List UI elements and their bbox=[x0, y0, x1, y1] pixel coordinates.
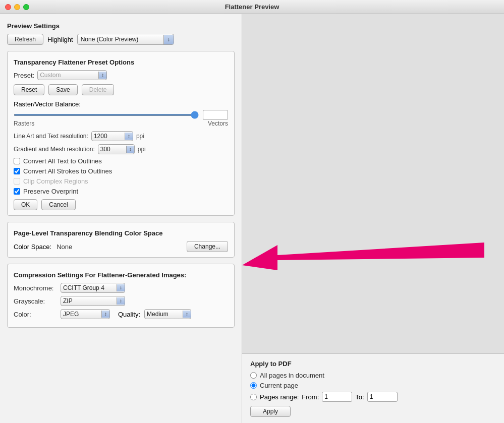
preset-label: Preset: bbox=[14, 72, 34, 79]
line-art-unit: ppi bbox=[136, 133, 144, 140]
gradient-select-wrap: 300 72 150 600 1200 ↕ bbox=[98, 144, 135, 154]
quality-label: Quality: bbox=[118, 311, 140, 318]
left-panel: Preview Settings Refresh Highlight None … bbox=[0, 14, 242, 423]
arrow-annotation bbox=[237, 172, 499, 323]
pages-range-row: Pages range: From: To: bbox=[250, 392, 496, 402]
minimize-button[interactable] bbox=[14, 4, 20, 10]
preset-btn-row: Reset Save Delete bbox=[14, 84, 228, 95]
transparency-preset-header: Transparency Flattener Preset Options bbox=[14, 58, 228, 66]
transparency-preset-box: Transparency Flattener Preset Options Pr… bbox=[7, 51, 235, 216]
slider-section: Raster/Vector Balance: 100 Rasters Vecto… bbox=[14, 100, 228, 127]
convert-strokes-checkbox[interactable] bbox=[14, 168, 20, 174]
to-input[interactable] bbox=[367, 392, 398, 402]
pages-range-radio[interactable] bbox=[250, 394, 257, 400]
checkbox-row-4: Preserve Overprint bbox=[14, 188, 228, 195]
preview-settings-row: Refresh Highlight None (Color Preview) R… bbox=[7, 34, 235, 45]
preset-select[interactable]: Custom Low Resolution Medium Resolution … bbox=[38, 71, 98, 80]
clip-complex-label: Clip Complex Regions bbox=[23, 177, 88, 185]
gradient-row: Gradient and Mesh resolution: 300 72 150… bbox=[14, 144, 228, 154]
raster-vector-slider[interactable] bbox=[14, 114, 199, 116]
slider-label-row: Raster/Vector Balance: bbox=[14, 100, 228, 108]
convert-text-checkbox[interactable] bbox=[14, 158, 20, 164]
line-art-select[interactable]: 1200 72 150 300 600 2400 bbox=[92, 132, 125, 141]
color-select[interactable]: JPEG ZIP JPEG2000 None bbox=[61, 310, 101, 319]
slider-row: 100 bbox=[14, 110, 228, 120]
highlight-select[interactable]: None (Color Preview) Rasterized Complex … bbox=[78, 34, 163, 44]
maximize-button[interactable] bbox=[23, 4, 29, 10]
convert-text-label: Convert All Text to Outlines bbox=[23, 157, 102, 165]
rv-labels: Rasters Vectors bbox=[14, 120, 228, 127]
delete-button[interactable]: Delete bbox=[82, 84, 115, 95]
window-title: Flattener Preview bbox=[225, 3, 279, 11]
line-art-label: Line Art and Text resolution: bbox=[14, 133, 88, 140]
preserve-overprint-label: Preserve Overprint bbox=[23, 188, 78, 195]
preset-select-wrap: Custom Low Resolution Medium Resolution … bbox=[37, 70, 107, 80]
apply-button[interactable]: Apply bbox=[250, 406, 291, 417]
highlight-dropdown-arrow: ↕ bbox=[163, 35, 174, 44]
current-page-radio[interactable] bbox=[250, 382, 257, 389]
grayscale-arrow: ↕ bbox=[117, 297, 125, 305]
color-arrow: ↕ bbox=[101, 311, 109, 318]
grayscale-select[interactable]: ZIP JPEG JPEG2000 None bbox=[61, 296, 117, 306]
compression-header: Compression Settings For Flattener-Gener… bbox=[14, 271, 228, 279]
to-label: To: bbox=[355, 393, 364, 401]
preset-dropdown-arrow: ↕ bbox=[98, 72, 106, 79]
compression-box: Compression Settings For Flattener-Gener… bbox=[7, 264, 235, 328]
color-label: Color: bbox=[14, 311, 57, 318]
grayscale-label: Grayscale: bbox=[14, 297, 57, 305]
traffic-lights bbox=[5, 4, 29, 10]
reset-button[interactable]: Reset bbox=[14, 84, 44, 95]
color-space-header: Page-Level Transparency Blending Color S… bbox=[14, 229, 228, 237]
highlight-label: Highlight bbox=[47, 36, 73, 43]
change-button[interactable]: Change... bbox=[187, 241, 228, 252]
gradient-unit: ppi bbox=[138, 146, 146, 153]
from-label: From: bbox=[302, 393, 319, 401]
checkbox-row-2: Convert All Strokes to Outlines bbox=[14, 167, 228, 175]
save-button[interactable]: Save bbox=[48, 84, 77, 95]
preview-area bbox=[242, 14, 504, 353]
clip-complex-checkbox[interactable] bbox=[14, 178, 20, 185]
line-art-arrow: ↕ bbox=[125, 133, 133, 140]
all-pages-label: All pages in document bbox=[260, 372, 324, 379]
checkbox-row-3: Clip Complex Regions bbox=[14, 177, 228, 185]
monochrome-row: Monochrome: CCITT Group 4 CCITT Group 3 … bbox=[14, 283, 228, 293]
right-panel: Apply to PDF All pages in document Curre… bbox=[242, 14, 504, 423]
current-page-radio-row: Current page bbox=[250, 382, 496, 389]
quality-select[interactable]: Medium Low High Maximum bbox=[145, 310, 183, 319]
apply-to-pdf-section: Apply to PDF All pages in document Curre… bbox=[242, 353, 504, 423]
line-art-row: Line Art and Text resolution: 1200 72 15… bbox=[14, 131, 228, 141]
raster-vector-value-input[interactable]: 100 bbox=[203, 110, 228, 120]
monochrome-select[interactable]: CCITT Group 4 CCITT Group 3 ZIP None bbox=[61, 283, 117, 292]
color-space-row: Color Space: None Change... bbox=[14, 241, 228, 252]
ok-cancel-row: OK Cancel bbox=[14, 199, 228, 210]
color-space-label: Color Space: bbox=[14, 243, 51, 251]
color-select-wrap: JPEG ZIP JPEG2000 None ↕ bbox=[61, 309, 110, 319]
grayscale-select-wrap: ZIP JPEG JPEG2000 None ↕ bbox=[61, 296, 125, 306]
from-input[interactable] bbox=[322, 392, 352, 402]
all-pages-radio-row: All pages in document bbox=[250, 372, 496, 379]
line-art-select-wrap: 1200 72 150 300 600 2400 ↕ bbox=[91, 131, 133, 141]
quality-arrow: ↕ bbox=[183, 311, 191, 318]
vectors-label: Vectors bbox=[208, 120, 228, 127]
all-pages-radio[interactable] bbox=[250, 372, 257, 379]
preview-settings-header: Preview Settings bbox=[7, 22, 235, 30]
gradient-arrow: ↕ bbox=[126, 146, 134, 153]
cancel-button[interactable]: Cancel bbox=[41, 199, 75, 210]
close-button[interactable] bbox=[5, 4, 11, 10]
highlight-dropdown-wrap: None (Color Preview) Rasterized Complex … bbox=[77, 34, 174, 45]
grayscale-row: Grayscale: ZIP JPEG JPEG2000 None ↕ bbox=[14, 296, 228, 306]
title-bar: Flattener Preview bbox=[0, 0, 504, 14]
apply-btn-row: Apply bbox=[250, 406, 496, 417]
arrow-body bbox=[242, 243, 484, 270]
current-page-label: Current page bbox=[260, 382, 298, 389]
monochrome-arrow: ↕ bbox=[117, 284, 125, 291]
refresh-button[interactable]: Refresh bbox=[7, 34, 43, 45]
gradient-label: Gradient and Mesh resolution: bbox=[14, 146, 95, 153]
ok-button[interactable]: OK bbox=[14, 199, 37, 210]
gradient-select[interactable]: 300 72 150 600 1200 bbox=[98, 145, 126, 154]
rasters-label: Rasters bbox=[14, 120, 34, 127]
color-space-value: None bbox=[57, 243, 72, 251]
apply-to-pdf-title: Apply to PDF bbox=[250, 360, 496, 368]
preserve-overprint-checkbox[interactable] bbox=[14, 188, 20, 195]
monochrome-label: Monochrome: bbox=[14, 284, 57, 292]
